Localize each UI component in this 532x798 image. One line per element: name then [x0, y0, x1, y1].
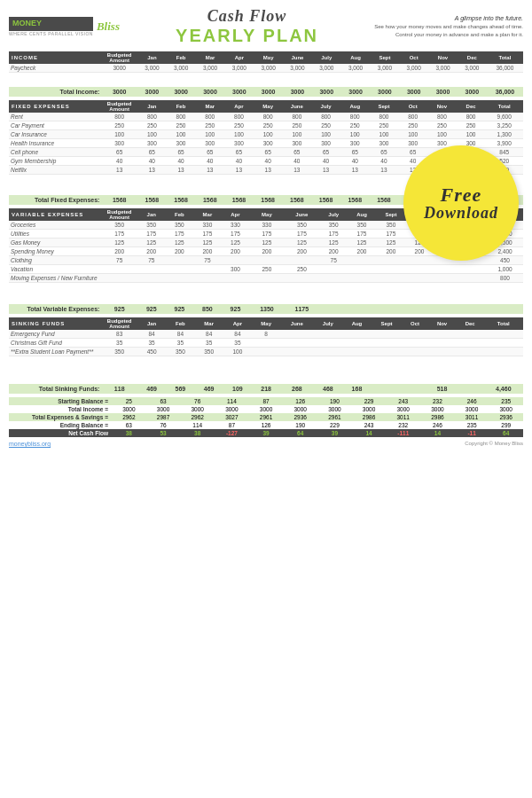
income-total-jan: 3000 [137, 87, 167, 97]
income-total-label: Total Income: [9, 87, 101, 97]
nov-header: Nov [428, 51, 458, 64]
sinking-header: Sinking Funds [9, 317, 101, 330]
total-expenses-label: Total Expenses & Savings = [9, 413, 112, 421]
summary-ending-row: Ending Balance = 637611487 126190229243 … [9, 421, 523, 429]
variable-total-row: Total Variable Expenses: 925925925850925… [9, 304, 523, 314]
logo-tagline: where cents parallel vision [9, 31, 93, 36]
starting-balance-label: Starting Balance = [9, 397, 112, 405]
may-header: May [254, 51, 283, 64]
sink-christmas-row: Christmas Gift Fund3535353535 [9, 338, 523, 347]
income-paycheck-row: Paycheck 3000 3,000 3,000 3,000 3,000 3,… [9, 64, 523, 73]
paycheck-feb: 3,000 [167, 64, 196, 73]
paycheck-aug: 3,000 [341, 64, 371, 73]
income-empty-1 [9, 73, 523, 80]
oct-header: Oct [399, 51, 428, 64]
income-total-oct: 3000 [399, 87, 428, 97]
fixed-health-row: Health Insurance300300300300300300300300… [9, 138, 523, 147]
free-download-badge[interactable]: Free Download [403, 145, 519, 261]
sink-student-row: **Extra Student Loan Payment**3504503503… [9, 347, 523, 356]
paycheck-mar: 3,000 [196, 64, 225, 73]
paycheck-oct: 3,000 [399, 64, 428, 73]
paycheck-june: 3,000 [283, 64, 312, 73]
paycheck-budget: 3000 [101, 64, 137, 73]
badge-free-text: Free [441, 185, 482, 205]
income-section: Income BudgetedAmount Jan Feb Mar Apr Ma… [9, 51, 523, 97]
paycheck-dec: 3,000 [458, 64, 487, 73]
logo-money: MONEY [12, 19, 42, 27]
variable-budgeted-header: BudgetedAmount [101, 208, 137, 221]
june-header: June [283, 51, 312, 64]
copyright-text: Copyright © Money Bliss [465, 441, 523, 447]
paycheck-may: 3,000 [254, 64, 283, 73]
income-total-total: 36,000 [487, 87, 523, 97]
title-area: Cash Flow Yearly Plan [176, 7, 318, 46]
sink-empty-4 [9, 377, 523, 384]
fixed-rent-row: Rent800800800800800800800800800800800800… [9, 113, 523, 121]
sink-empty-3 [9, 370, 523, 377]
apr-header: Apr [224, 51, 254, 64]
var-empty-1 [9, 283, 523, 290]
website-link[interactable]: moneybliss.org [9, 441, 51, 447]
sinking-total-row: Total Sinking Funds: 1184695694691092182… [9, 384, 523, 394]
footer: moneybliss.org Copyright © Money Bliss [9, 441, 523, 447]
fixed-car-insurance-row: Car Insurance100100100100100100100100100… [9, 129, 523, 138]
var-empty-3 [9, 297, 523, 304]
fixed-header: Fixed Expenses [9, 100, 101, 113]
income-total-dec: 3000 [458, 87, 487, 97]
logo-bliss: Bliss [97, 20, 120, 34]
subtitle-line3: Control your money in advance and make a… [395, 32, 523, 37]
paycheck-jan: 3,000 [137, 64, 167, 73]
variable-header: Variable Expenses [9, 208, 101, 221]
var-vacation-row: Vacation3002502501,000 [9, 265, 523, 274]
paycheck-nov: 3,000 [428, 64, 458, 73]
feb-header: Feb [167, 51, 196, 64]
july-header: July [312, 51, 341, 64]
page-header: MONEY where cents parallel vision Bliss … [9, 7, 523, 46]
income-total-nov: 3000 [428, 87, 458, 97]
title-yearly-plan: Yearly Plan [176, 26, 318, 46]
ending-balance-label: Ending Balance = [9, 421, 112, 429]
total-income-label: Total Income = [9, 405, 112, 413]
summary-income-row: Total Income = 3000300030003000 30003000… [9, 405, 523, 413]
fixed-car-payment-row: Car Payment25025025025025025025025025025… [9, 121, 523, 129]
income-total-may: 3000 [254, 87, 283, 97]
summary-starting-row: Starting Balance = 256376114 87126190229… [9, 397, 523, 405]
summary-cashflow-row: Net Cash Flow 38 53 38 -127 39 64 39 14 … [9, 429, 523, 437]
income-total-feb: 3000 [167, 87, 196, 97]
paycheck-july: 3,000 [312, 64, 341, 73]
income-total-june: 3000 [283, 87, 312, 97]
sept-header: Sept [370, 51, 399, 64]
subtitle-italic: A glimpse into the future. [455, 15, 523, 21]
sink-emergency-row: Emergency Fund83848484848 [9, 330, 523, 339]
title-cash-flow: Cash Flow [176, 7, 318, 26]
subtitle-area: A glimpse into the future. See how your … [374, 14, 523, 40]
paycheck-sept: 3,000 [370, 64, 399, 73]
sinking-section: Sinking Funds BudgetedAmount Jan Feb Mar… [9, 317, 523, 395]
budgeted-header: BudgetedAmount [101, 51, 137, 64]
net-cashflow-label: Net Cash Flow [9, 429, 112, 437]
income-header: Income [9, 51, 101, 64]
var-moving-row: Moving Expenses / New Furniture800 [9, 274, 523, 283]
income-total-aug: 3000 [341, 87, 371, 97]
income-total-sept: 3000 [370, 87, 399, 97]
mar-header: Mar [196, 51, 225, 64]
variable-section: Variable Expenses BudgetedAmount Jan Feb… [9, 208, 523, 314]
logo-area: MONEY where cents parallel vision Bliss [9, 17, 120, 36]
dec-header: Dec [458, 51, 487, 64]
income-total-apr: 3000 [224, 87, 254, 97]
var-empty-2 [9, 290, 523, 297]
summary-expenses-row: Total Expenses & Savings = 2962298729623… [9, 413, 523, 421]
paycheck-apr: 3,000 [224, 64, 254, 73]
sink-empty-1 [9, 356, 523, 363]
jan-header: Jan [137, 51, 167, 64]
summary-section: Starting Balance = 256376114 87126190229… [9, 397, 523, 437]
fixed-budgeted-header: BudgetedAmount [101, 100, 137, 113]
total-header: Total [487, 51, 523, 64]
paycheck-label: Paycheck [9, 64, 101, 73]
badge-download-text: Download [424, 205, 498, 221]
income-total-budget: 3000 [101, 87, 137, 97]
income-total-mar: 3000 [196, 87, 225, 97]
sink-empty-2 [9, 363, 523, 370]
paycheck-total: 36,000 [487, 64, 523, 73]
income-total-july: 3000 [312, 87, 341, 97]
